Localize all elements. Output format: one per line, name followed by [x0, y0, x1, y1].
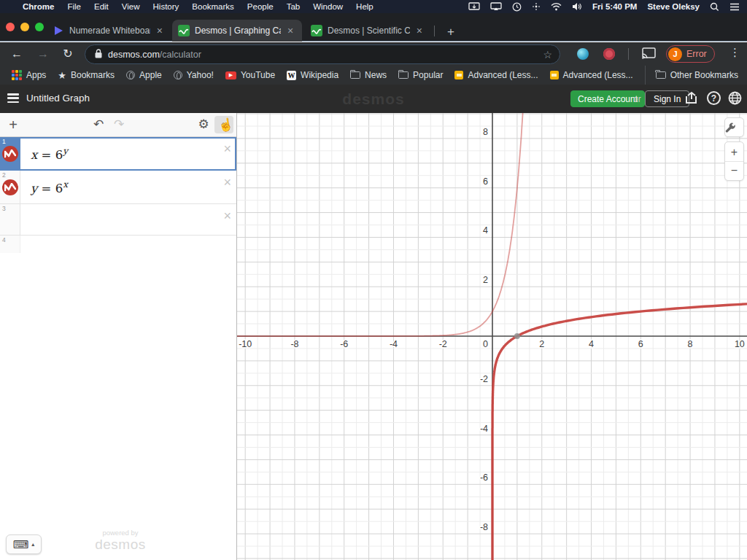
bookmark-apps[interactable]: Apps: [12, 70, 46, 80]
desmos-wave-icon: [311, 25, 322, 36]
volume-icon[interactable]: [572, 2, 582, 11]
expression-gutter[interactable]: 1: [0, 137, 20, 171]
add-expression-button[interactable]: +: [4, 116, 23, 133]
keyboard-brightness-icon[interactable]: [532, 2, 541, 11]
bookmark-youtube[interactable]: ▶ YouTube: [225, 70, 275, 80]
bookmark-yahoo[interactable]: Yahoo!: [174, 70, 214, 80]
share-icon[interactable]: [684, 91, 699, 108]
reload-button[interactable]: ↻: [58, 44, 77, 63]
numerade-play-icon: [53, 25, 64, 36]
extension-icon[interactable]: [603, 48, 615, 60]
expression-gutter[interactable]: 4: [0, 236, 20, 253]
tab-desmos-scientific[interactable]: Desmos | Scientific Calculat ×: [305, 20, 430, 42]
menu-file[interactable]: File: [61, 2, 88, 11]
menu-tab[interactable]: Tab: [280, 2, 307, 11]
expression-row-3[interactable]: 3 ×: [0, 204, 236, 236]
expression-row-4[interactable]: 4: [0, 236, 236, 253]
undo-button[interactable]: ↶: [89, 116, 108, 133]
desmos-header: Untitled Graph desmos Create Account or …: [0, 85, 747, 113]
settings-gear-icon[interactable]: ⚙: [194, 116, 213, 133]
help-icon[interactable]: ?: [707, 91, 721, 105]
expression-row-1[interactable]: 1 x = 6y ×: [0, 137, 236, 171]
tab-desmos-graphing[interactable]: Desmos | Graphing Calculat ×: [172, 20, 302, 42]
svg-text:8: 8: [688, 339, 693, 349]
profile-error-badge[interactable]: J Error: [666, 45, 715, 63]
wifi-icon[interactable]: [551, 3, 562, 11]
menu-people[interactable]: People: [241, 2, 280, 11]
network-display-icon[interactable]: [468, 2, 480, 11]
menu-bookmarks[interactable]: Bookmarks: [185, 2, 241, 11]
document-icon: [454, 71, 463, 79]
expression-input[interactable]: [20, 236, 236, 253]
tab-close-icon[interactable]: ×: [414, 25, 425, 36]
tab-close-icon[interactable]: ×: [155, 25, 165, 36]
extension-icon[interactable]: [577, 48, 589, 60]
spotlight-search-icon[interactable]: [710, 2, 719, 12]
menu-edit[interactable]: Edit: [88, 2, 115, 11]
graph-paper[interactable]: -10-8-6-4-202468108642-2-4-6-8 + −: [237, 113, 747, 560]
menu-help[interactable]: Help: [349, 2, 380, 11]
delete-expression-icon[interactable]: ×: [223, 209, 231, 224]
menu-window[interactable]: Window: [306, 2, 349, 11]
numerade-curve-icon[interactable]: [2, 179, 18, 195]
expression-input[interactable]: y = 6x ×: [20, 171, 236, 203]
svg-text:10: 10: [735, 339, 745, 349]
svg-text:6: 6: [483, 176, 488, 187]
delete-expression-icon[interactable]: ×: [223, 175, 231, 190]
tab-title: Numerade Whiteboard: [69, 26, 150, 36]
minimize-window-button[interactable]: [20, 23, 29, 31]
expression-gutter[interactable]: 3: [0, 204, 20, 235]
zoom-out-button[interactable]: −: [725, 162, 743, 181]
sign-in-button[interactable]: Sign In: [645, 90, 689, 107]
bookmark-advanced-2[interactable]: Advanced (Less...: [550, 70, 633, 80]
tab-close-icon[interactable]: ×: [285, 25, 295, 36]
graph-canvas[interactable]: -10-8-6-4-202468108642-2-4-6-8: [237, 113, 747, 560]
close-window-button[interactable]: [6, 23, 15, 31]
svg-text:-4: -4: [390, 339, 398, 349]
folder-icon: [656, 71, 666, 79]
delete-expression-icon[interactable]: ×: [223, 141, 231, 157]
desmos-watermark: powered by desmos: [80, 529, 160, 553]
bookmark-popular[interactable]: Popular: [398, 70, 443, 80]
expression-input[interactable]: ×: [20, 204, 236, 235]
svg-text:8: 8: [483, 127, 488, 137]
svg-text:-8: -8: [480, 522, 488, 532]
time-machine-icon[interactable]: [512, 2, 522, 12]
expression-gutter[interactable]: 2: [0, 171, 20, 203]
bookmark-advanced-1[interactable]: Advanced (Less...: [454, 70, 538, 80]
forward-button[interactable]: →: [34, 44, 53, 63]
zoom-window-button[interactable]: [35, 23, 44, 31]
menu-list-icon[interactable]: [729, 3, 740, 11]
keyboard-toggle-button[interactable]: ⌨ ▴: [6, 534, 42, 554]
bookmark-apple[interactable]: Apple: [126, 70, 162, 80]
bookmark-news[interactable]: News: [350, 70, 387, 80]
back-button[interactable]: ←: [7, 44, 26, 63]
other-bookmarks[interactable]: Other Bookmarks: [645, 66, 738, 85]
address-bar[interactable]: desmos.com/calculator ☆: [85, 44, 560, 64]
expression-row-2[interactable]: 2 y = 6x ×: [0, 171, 236, 204]
tab-numerade-whiteboard[interactable]: Numerade Whiteboard + ×: [47, 20, 171, 42]
bookmark-star-icon[interactable]: ☆: [543, 49, 552, 61]
browser-menu-icon[interactable]: ⋮: [729, 46, 740, 59]
zoom-in-button[interactable]: +: [725, 142, 743, 162]
numerade-curve-icon[interactable]: [2, 146, 18, 162]
cast-icon[interactable]: [642, 47, 656, 62]
graph-settings-wrench-button[interactable]: [724, 117, 744, 137]
airplay-display-icon[interactable]: [490, 2, 502, 11]
redo-button[interactable]: ↷: [109, 116, 128, 133]
expression-input[interactable]: x = 6y ×: [20, 137, 236, 171]
language-globe-icon[interactable]: [728, 91, 742, 108]
menu-chrome[interactable]: Chrome: [16, 2, 61, 11]
menu-view[interactable]: View: [115, 2, 147, 11]
new-tab-button[interactable]: +: [442, 25, 460, 39]
svg-text:-4: -4: [480, 424, 488, 434]
menu-history[interactable]: History: [147, 2, 186, 11]
youtube-icon: ▶: [225, 71, 236, 79]
bookmark-bookmarks[interactable]: ★ Bookmarks: [58, 70, 115, 81]
star-icon: ★: [58, 70, 66, 81]
bookmark-wikipedia[interactable]: W Wikipedia: [287, 70, 338, 80]
menubar-user[interactable]: Steve Oleksy: [647, 2, 700, 11]
lock-icon[interactable]: [95, 49, 102, 61]
wikipedia-icon: W: [287, 71, 296, 80]
menubar-clock[interactable]: Fri 5:40 PM: [592, 2, 637, 11]
